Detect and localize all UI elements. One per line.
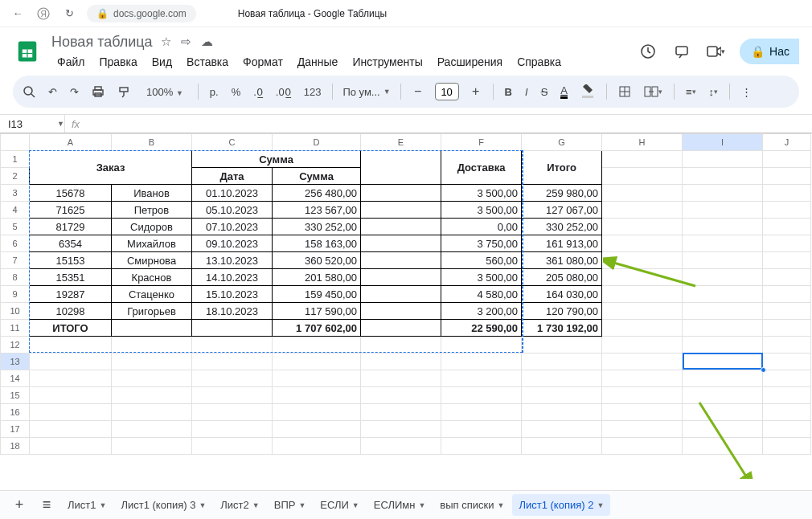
- cell-E12[interactable]: [361, 337, 441, 353]
- sheet-tab-5[interactable]: ЕСЛИмн ▼: [367, 494, 433, 516]
- yandex-y-icon[interactable]: Я: [35, 6, 51, 22]
- header-zakaz[interactable]: Заказ: [30, 151, 192, 185]
- cell-I16[interactable]: [683, 404, 763, 421]
- cell-A17[interactable]: [30, 421, 112, 438]
- cell-sum[interactable]: 123 567,00: [273, 202, 361, 219]
- cell-J1[interactable]: [763, 151, 811, 168]
- cell-sum[interactable]: 159 450,00: [273, 286, 361, 303]
- chevron-down-icon[interactable]: ▼: [497, 501, 504, 509]
- all-sheets-button[interactable]: ≡: [34, 494, 59, 517]
- cell-total[interactable]: 205 080,00: [522, 269, 602, 286]
- cell-date[interactable]: 05.10.2023: [192, 202, 273, 219]
- cell-F14[interactable]: [441, 370, 522, 387]
- cell-A16[interactable]: [30, 404, 112, 421]
- cell-I[interactable]: [683, 252, 763, 269]
- meet-icon[interactable]: ▾: [706, 42, 725, 61]
- cell-ship[interactable]: 0,00: [441, 219, 522, 235]
- name-box[interactable]: I13 ▼: [0, 118, 64, 130]
- row-header-1[interactable]: 1: [1, 151, 30, 168]
- cell-G12[interactable]: [522, 337, 602, 353]
- row-header-16[interactable]: 16: [1, 404, 30, 421]
- row-header-18[interactable]: 18: [1, 438, 30, 455]
- cell-E13[interactable]: [361, 353, 441, 370]
- cell-id[interactable]: 15678: [30, 185, 112, 202]
- cell-name[interactable]: Иванов: [112, 185, 192, 202]
- cell-id[interactable]: 71625: [30, 202, 112, 219]
- row-header-10[interactable]: 10: [1, 303, 30, 320]
- zoom-select[interactable]: 100% ▼: [141, 86, 188, 98]
- paint-format-icon[interactable]: [116, 85, 132, 98]
- cell-G18[interactable]: [522, 438, 602, 455]
- cell-I[interactable]: [683, 303, 763, 320]
- cell-H[interactable]: [602, 219, 683, 235]
- menu-данные[interactable]: Данные: [292, 54, 344, 70]
- menu-правка[interactable]: Правка: [93, 54, 142, 70]
- cloud-icon[interactable]: ☁: [201, 35, 213, 49]
- menu-вид[interactable]: Вид: [146, 54, 178, 70]
- sheet-tab-4[interactable]: ЕСЛИ ▼: [314, 494, 365, 516]
- increase-decimal[interactable]: .00̲: [274, 86, 293, 98]
- cell-G14[interactable]: [522, 370, 602, 387]
- cell-D14[interactable]: [273, 370, 361, 387]
- font-select[interactable]: По ум... ▼: [342, 86, 390, 98]
- menu-файл[interactable]: Файл: [51, 54, 90, 70]
- menu-расширения[interactable]: Расширения: [432, 54, 508, 70]
- history-icon[interactable]: [638, 42, 658, 61]
- col-header-A[interactable]: A: [30, 134, 112, 151]
- cell-H15[interactable]: [602, 387, 683, 404]
- chevron-down-icon[interactable]: ▼: [252, 501, 260, 509]
- cell-F18[interactable]: [441, 438, 522, 455]
- cell-I12[interactable]: [683, 337, 763, 353]
- cell-name[interactable]: Стаценко: [112, 286, 192, 303]
- cell-sum[interactable]: 360 520,00: [273, 252, 361, 269]
- cell-H16[interactable]: [602, 404, 683, 421]
- chevron-down-icon[interactable]: ▼: [352, 501, 359, 509]
- cell-A12[interactable]: [30, 337, 112, 353]
- cell-J14[interactable]: [763, 370, 811, 387]
- cell-H[interactable]: [602, 269, 683, 286]
- col-header-D[interactable]: D: [273, 134, 361, 151]
- cell-H1[interactable]: [602, 151, 683, 168]
- cell-I[interactable]: [683, 235, 763, 252]
- row-header-4[interactable]: 4: [1, 202, 30, 219]
- cell-I[interactable]: [683, 286, 763, 303]
- cell-e[interactable]: [361, 252, 441, 269]
- h-align-button[interactable]: ≡ ▾: [684, 86, 698, 98]
- cell-name[interactable]: Григорьев: [112, 303, 192, 320]
- star-icon[interactable]: ☆: [161, 35, 171, 49]
- cell-F16[interactable]: [441, 404, 522, 421]
- cell-A15[interactable]: [30, 387, 112, 404]
- cell-B12[interactable]: [112, 337, 192, 353]
- cell-E17[interactable]: [361, 421, 441, 438]
- v-align-button[interactable]: ↕ ▾: [707, 86, 720, 98]
- menu-формат[interactable]: Формат: [237, 54, 289, 70]
- cell-C16[interactable]: [192, 404, 273, 421]
- print-icon[interactable]: [90, 85, 106, 98]
- cell-sum[interactable]: 117 590,00: [273, 303, 361, 320]
- sheet-tab-3[interactable]: ВПР ▼: [268, 494, 313, 516]
- cell-B15[interactable]: [112, 387, 192, 404]
- cell-G13[interactable]: [522, 353, 602, 370]
- row-header-12[interactable]: 12: [1, 337, 30, 353]
- cell-H[interactable]: [602, 235, 683, 252]
- fill-color-button[interactable]: [579, 84, 597, 99]
- cell-id[interactable]: 10298: [30, 303, 112, 320]
- cell-I18[interactable]: [683, 438, 763, 455]
- cell-D16[interactable]: [273, 404, 361, 421]
- row-header-5[interactable]: 5: [1, 219, 30, 235]
- cell-H11[interactable]: [602, 320, 683, 337]
- cell-itogo-label[interactable]: ИТОГО: [30, 320, 112, 337]
- cell-I13[interactable]: [683, 353, 763, 370]
- cell-sum[interactable]: 256 480,00: [273, 185, 361, 202]
- cell-F17[interactable]: [441, 421, 522, 438]
- cell-total[interactable]: 127 067,00: [522, 202, 602, 219]
- chevron-down-icon[interactable]: ▼: [597, 501, 604, 509]
- cell-C13[interactable]: [192, 353, 273, 370]
- cell-date[interactable]: 18.10.2023: [192, 303, 273, 320]
- cell-id[interactable]: 81729: [30, 219, 112, 235]
- cell-I[interactable]: [683, 202, 763, 219]
- cell-I15[interactable]: [683, 387, 763, 404]
- header-date[interactable]: Дата: [192, 168, 273, 185]
- url-box[interactable]: 🔒 docs.google.com: [87, 5, 196, 22]
- cell-J[interactable]: [763, 185, 811, 202]
